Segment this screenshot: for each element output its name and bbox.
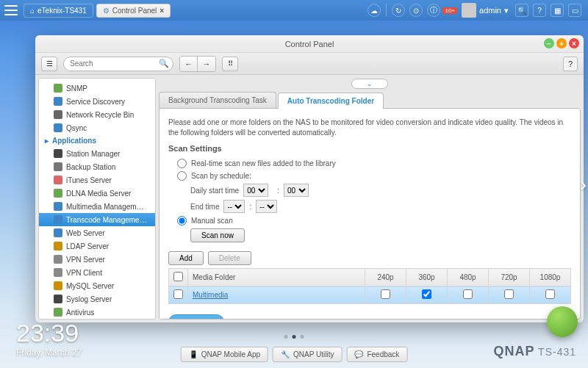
dock-feedback[interactable]: 💬Feedback [346,347,407,362]
fullscreen-icon[interactable]: ▭ [568,4,581,17]
help-icon[interactable]: ? [533,4,546,17]
panel-help-button[interactable]: ? [563,57,578,71]
app-icon [54,162,62,171]
app-icon [54,202,62,211]
tab-strip: Background Transcoding Task Auto Transco… [159,92,581,108]
folder-icon: ▸ [45,137,49,145]
apply-all-button[interactable]: Apply All [168,314,224,320]
minimize-button[interactable]: − [544,38,554,48]
desktop-pager[interactable] [284,335,304,339]
tab-auto-transcoding-folder[interactable]: Auto Transcoding Folder [278,93,384,109]
radio-schedule[interactable] [177,171,187,181]
app-icon [54,281,62,290]
app-icon [54,295,62,303]
sidebar-item[interactable]: Service Discovery [39,95,155,108]
res-checkbox-1080p[interactable] [545,289,555,299]
scan-settings-heading: Scan Settings [168,144,571,153]
sidebar-item[interactable]: Multimedia Managem… [39,200,155,213]
sidebar-item[interactable]: Station Manager [39,147,155,160]
forward-button[interactable]: → [198,57,215,71]
sidebar-item[interactable]: Antivirus [39,306,155,319]
col-480p[interactable]: 480p [448,269,489,286]
device-tab[interactable]: ⌂ eTeknix-TS431 [24,4,93,18]
toggle-sidebar-button[interactable]: ☰ [41,57,57,71]
col-360p[interactable]: 360p [406,269,448,286]
sidebar-item[interactable]: Qsync [39,121,155,134]
col-240p[interactable]: 240p [365,269,406,286]
back-button[interactable]: ← [180,57,198,71]
sidebar-item[interactable]: DLNA Media Server [39,187,155,200]
res-checkbox-360p[interactable] [422,289,431,299]
res-checkbox-720p[interactable] [504,289,514,299]
sidebar-item[interactable]: LDAP Server [39,239,155,253]
dashboard-icon[interactable]: ▦ [551,4,564,17]
radio-realtime[interactable] [177,159,187,168]
sidebar-item[interactable]: iTunes Server [39,173,155,187]
app-icon [54,123,62,132]
radio-manual-label: Manual scan [191,217,233,225]
app-icon [54,97,62,106]
sidebar-item[interactable]: VPN Server [39,253,155,266]
sidebar-item[interactable]: Syslog Server [39,292,155,306]
next-desktop-arrow[interactable]: › [580,173,587,195]
end-time-min[interactable]: -- [256,200,277,213]
res-checkbox-480p[interactable] [463,289,473,299]
table-row[interactable]: Multimedia [169,286,571,304]
dock-mobile-app[interactable]: 📱QNAP Mobile App [181,347,268,362]
sidebar-item[interactable]: Network Recycle Bin [39,108,155,121]
refresh-icon[interactable]: ↻ [392,4,405,17]
select-all-checkbox[interactable] [173,272,183,281]
cloud-icon[interactable]: ☁ [368,4,381,17]
main-menu-button[interactable] [4,5,18,15]
notifications-icon[interactable]: ⓘ [427,4,440,17]
end-time-hour[interactable]: -- [223,200,245,213]
radio-manual[interactable] [177,216,187,226]
external-devices-icon[interactable]: ⊙ [409,4,423,17]
folder-link[interactable]: Multimedia [193,291,228,299]
sidebar-item-label: Station Manager [66,150,120,158]
search-icon[interactable]: 🔍 [159,59,169,68]
expand-handle[interactable]: ⌄ [351,79,388,89]
notification-badge[interactable]: 10+ [442,7,457,14]
row-checkbox[interactable] [173,289,183,299]
search-input[interactable] [63,57,173,71]
app-icon [54,255,62,264]
col-720p[interactable]: 720p [489,269,530,286]
system-topbar: ⌂ eTeknix-TS431 ⚙ Control Panel × ☁ ↻ ⊙ … [0,0,588,21]
sidebar-item-label: Antivirus [66,309,94,317]
sidebar-item[interactable]: Transcode Manageme… [39,213,155,226]
maximize-button[interactable]: + [556,38,567,48]
grid-view-button[interactable]: ⠿ [222,57,238,71]
gear-icon: ⚙ [103,7,110,15]
sidebar-search: 🔍 [63,57,173,71]
delete-folder-button[interactable]: Delete [208,251,251,265]
close-tab-icon[interactable]: × [159,7,164,15]
daily-start-min[interactable]: 00 [284,184,309,197]
sidebar-item[interactable]: Backup Station [39,160,155,173]
col-1080p[interactable]: 1080p [530,269,571,286]
scan-now-button[interactable]: Scan now [190,228,245,242]
sidebar-item[interactable]: VPN Client [39,266,155,279]
sidebar-item-label: Backup Station [66,163,115,171]
user-menu[interactable]: admin ▾ [462,3,509,18]
add-folder-button[interactable]: Add [168,251,204,265]
app-tab-control-panel[interactable]: ⚙ Control Panel × [96,4,171,18]
sidebar-item-label: Service Discovery [66,98,125,106]
dashboard-widget[interactable] [547,306,578,337]
sidebar-item-label: Web Server [66,229,105,237]
sidebar-section-applications[interactable]: ▸ Applications [39,134,155,147]
sidebar-item[interactable]: Web Server [39,226,155,239]
sidebar-item[interactable]: SNMP [39,82,155,95]
sidebar-item-label: DLNA Media Server [66,190,131,198]
dock-utility[interactable]: 🔧QNAP Utility [273,347,342,362]
sidebar-item[interactable]: MySQL Server [39,279,155,292]
sidebar-item-label: SNMP [66,84,87,93]
close-window-button[interactable]: × [569,38,579,48]
res-checkbox-240p[interactable] [381,289,390,299]
search-icon[interactable]: 🔍 [515,4,528,17]
nav-arrows: ← → [179,56,216,72]
sidebar-item-label: VPN Server [66,256,105,264]
daily-start-hour[interactable]: 00 [243,184,268,197]
tab-background-transcoding[interactable]: Background Transcoding Task [159,92,276,108]
col-media-folder[interactable]: Media Folder [188,269,365,286]
